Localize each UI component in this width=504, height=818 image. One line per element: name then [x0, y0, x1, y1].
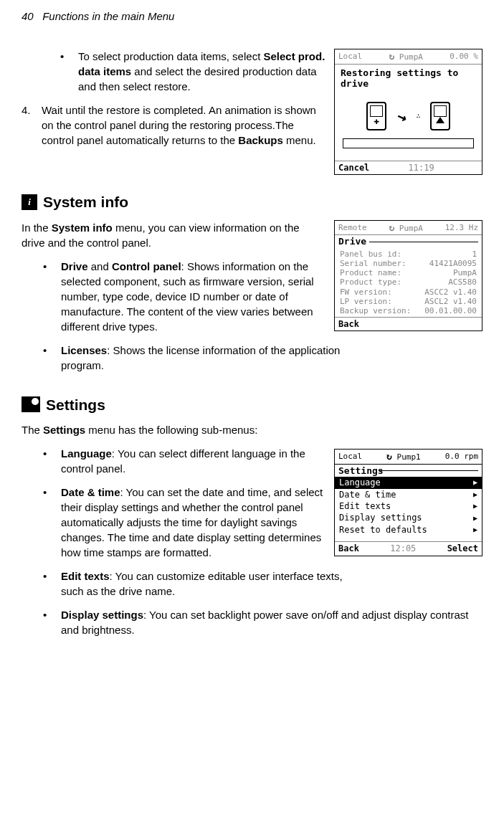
- lcd-footer: Back: [335, 317, 482, 330]
- lcd-footer-left: Cancel: [338, 163, 369, 173]
- bullet-text: Edit texts: You can customize editable u…: [61, 569, 343, 599]
- lcd-drive-screen: Remote ↻ PumpA 12.3 Hz Drive Panel bus i…: [334, 220, 482, 332]
- systeminfo-intro: In the System info menu, you can view in…: [22, 220, 321, 250]
- lcd-footer-time: 11:19: [409, 163, 434, 173]
- lcd-drive-body: Panel bus id:1 Serial number:41421A0095 …: [335, 248, 482, 317]
- refresh-icon: ↻: [389, 222, 394, 234]
- lcd-footer-left: Back: [338, 543, 359, 553]
- lcd-footer-right: Select: [447, 543, 478, 553]
- page-number: 40: [22, 10, 34, 22]
- drive-row: FW version:ASCC2 v1.40: [338, 287, 478, 297]
- transfer-arrow-icon: ↘: [394, 106, 409, 127]
- bullet-text: Drive and Control panel: Shows informati…: [61, 259, 327, 334]
- bullet-marker: •: [43, 259, 50, 334]
- lcd-status-mid: ↻ PumpA: [389, 51, 423, 62]
- bullet-text: To select production data items, select …: [78, 49, 327, 94]
- lcd-status-mid: ↻ Pump1: [386, 451, 421, 462]
- lcd-status-left: Local: [338, 452, 362, 461]
- settings-intro: The Settings menu has the following sub-…: [22, 422, 482, 437]
- lcd-footer-left: Back: [338, 319, 359, 329]
- chapter-title: Functions in the main Menu: [42, 10, 174, 22]
- chevron-right-icon: ▶: [473, 514, 477, 523]
- chevron-right-icon: ▶: [473, 490, 477, 499]
- bullet-datetime: • Date & time: You can set the date and …: [43, 485, 327, 560]
- info-icon: i: [22, 194, 37, 210]
- bullet-drive-controlpanel: • Drive and Control panel: Shows informa…: [43, 259, 327, 334]
- chevron-right-icon: ▶: [473, 502, 477, 510]
- lcd-settings-body: Language▶ Date & time▶ Edit texts▶ Displ…: [335, 477, 482, 541]
- step-4: 4. Wait until the restore is completed. …: [22, 103, 321, 148]
- lcd-restore-body: ✚ ↘ ∴: [335, 92, 482, 161]
- bullet-marker: •: [43, 343, 50, 373]
- lcd-status-bar: Remote ↻ PumpA 12.3 Hz: [335, 221, 482, 236]
- system-info-heading: i System info: [22, 191, 482, 212]
- lcd-footer: Back 12:05 Select: [335, 541, 482, 555]
- lcd-status-left: Local: [338, 52, 362, 61]
- lcd-section-drive: Drive: [335, 235, 482, 248]
- page-header: 40 Functions in the main Menu: [22, 9, 482, 24]
- lcd-restore-screen: Local ↻ PumpA 0.00 % Restoring settings …: [334, 49, 482, 175]
- lcd-footer-time: 12:05: [390, 543, 416, 553]
- lcd-status-mid: ↻ PumpA: [389, 222, 423, 234]
- lcd-section-settings: Settings: [335, 465, 482, 477]
- refresh-icon: ↻: [386, 451, 392, 462]
- bullet-display: • Display settings: You can set backligh…: [43, 607, 482, 637]
- bullet-text: Display settings: You can set backlight …: [61, 607, 482, 637]
- bullet-licenses: • Licenses: Shows the license informatio…: [43, 343, 343, 373]
- bullet-edittexts: • Edit texts: You can customize editable…: [43, 569, 343, 599]
- menu-item-reset[interactable]: Reset to defaults▶: [335, 524, 482, 536]
- bullet-select-prod: • To select production data items, selec…: [60, 49, 327, 94]
- settings-heading: Settings: [22, 394, 482, 415]
- menu-item-display[interactable]: Display settings▶: [335, 512, 482, 523]
- settings-icon: [22, 396, 40, 412]
- bullet-text: Language: You can select different langu…: [61, 446, 327, 476]
- chevron-right-icon: ▶: [473, 478, 477, 487]
- drive-row: Serial number:41421A0095: [338, 259, 478, 268]
- bullet-language: • Language: You can select different lan…: [43, 446, 327, 476]
- drive-device-icon: [430, 102, 450, 130]
- lcd-status-right: 0.00 %: [450, 52, 478, 61]
- bullet-text: Licenses: Shows the license information …: [61, 343, 343, 373]
- bullet-text: Date & time: You can set the date and ti…: [61, 485, 327, 560]
- drive-row: Product type:ACS580: [338, 277, 478, 287]
- lcd-status-right: 0.0 rpm: [445, 452, 478, 461]
- transfer-dots-icon: ∴: [417, 112, 420, 120]
- lcd-status-left: Remote: [338, 223, 367, 232]
- step-text: Wait until the restore is completed. An …: [42, 103, 321, 148]
- drive-row: LP version:ASCL2 v1.40: [338, 297, 478, 306]
- panel-device-icon: ✚: [366, 102, 386, 130]
- lcd-restore-title: Restoring settings to drive: [335, 65, 482, 92]
- restore-graphic: ✚ ↘ ∴: [366, 102, 450, 130]
- lcd-status-right: 12.3 Hz: [445, 223, 478, 232]
- chevron-right-icon: ▶: [473, 525, 477, 534]
- drive-row: Backup version:00.01.00.00: [338, 306, 478, 315]
- lcd-footer-right: [473, 163, 478, 173]
- bullet-marker: •: [43, 569, 50, 599]
- lcd-status-bar: Local ↻ Pump1 0.0 rpm: [335, 450, 482, 465]
- bullet-marker: •: [43, 446, 50, 476]
- progress-bar: [343, 138, 474, 148]
- lcd-status-bar: Local ↻ PumpA 0.00 %: [335, 49, 482, 65]
- menu-item-datetime[interactable]: Date & time▶: [335, 489, 482, 500]
- bullet-marker: •: [43, 607, 50, 637]
- refresh-icon: ↻: [389, 51, 394, 62]
- bullet-marker: •: [43, 485, 50, 560]
- bullet-marker: •: [60, 49, 67, 94]
- lcd-settings-screen: Local ↻ Pump1 0.0 rpm Settings Language▶…: [334, 449, 482, 556]
- menu-item-language[interactable]: Language▶: [335, 477, 482, 488]
- drive-row: Panel bus id:1: [338, 249, 478, 259]
- step-number: 4.: [22, 103, 34, 148]
- menu-item-edittexts[interactable]: Edit texts▶: [335, 500, 482, 512]
- lcd-footer: Cancel 11:19: [335, 161, 482, 174]
- drive-row: Product name:PumpA: [338, 268, 478, 277]
